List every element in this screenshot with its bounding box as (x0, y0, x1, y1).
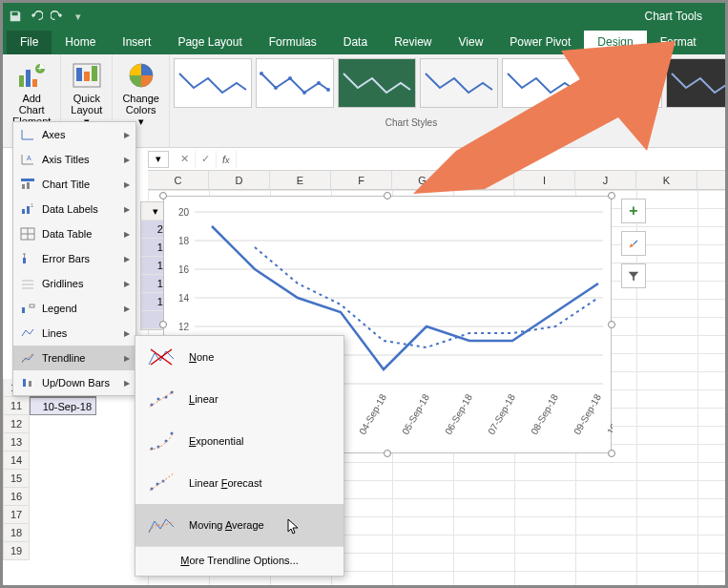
row-15[interactable]: 15 (3, 470, 30, 488)
trendline-none[interactable]: None (135, 336, 343, 378)
trendline-exponential-icon (147, 430, 176, 452)
trendline-moving-average-icon (147, 514, 176, 536)
trendline-submenu: None Linear Exponential Linear Forecast … (135, 335, 344, 577)
chart-style-5[interactable] (502, 58, 580, 108)
axis-titles-icon: A (19, 152, 36, 167)
fx-icon[interactable]: fx (217, 154, 236, 165)
svg-text:+: + (37, 63, 43, 74)
undo-icon[interactable] (30, 10, 43, 23)
svg-rect-6 (76, 68, 82, 81)
more-trendline-options[interactable]: More Trendline Options... (135, 546, 343, 572)
row-11[interactable]: 11 (3, 397, 30, 415)
svg-rect-0 (19, 75, 24, 87)
col-J[interactable]: J (575, 171, 636, 189)
menu-gridlines[interactable]: Gridlines▶ (13, 271, 135, 296)
svg-point-13 (302, 91, 306, 94)
tab-review[interactable]: Review (381, 31, 445, 54)
svg-rect-41 (22, 209, 25, 214)
col-F[interactable]: F (331, 171, 392, 189)
row-14[interactable]: 14 (3, 452, 30, 470)
tab-design[interactable]: Design (584, 31, 646, 54)
tab-format[interactable]: Format (647, 31, 710, 54)
chart-style-6[interactable] (584, 58, 662, 108)
tab-view[interactable]: View (446, 31, 497, 54)
svg-point-15 (326, 88, 330, 92)
tab-home[interactable]: Home (52, 31, 109, 54)
tab-power-pivot[interactable]: Power Pivot (496, 31, 584, 54)
ribbon-tabs: File Home Insert Page Layout Formulas Da… (3, 30, 725, 54)
trendline-moving-average[interactable]: Moving Average (135, 504, 343, 546)
row-18[interactable]: 18 (3, 524, 30, 542)
row-19[interactable]: 19 (3, 542, 30, 560)
tab-formulas[interactable]: Formulas (256, 31, 330, 54)
menu-error-bars[interactable]: Error Bars▶ (13, 246, 135, 271)
svg-point-10 (260, 72, 263, 75)
col-K[interactable]: K (636, 171, 697, 189)
svg-text:20: 20 (178, 207, 190, 218)
svg-text:07-Sep-18: 07-Sep-18 (486, 392, 517, 436)
chart-style-3[interactable] (338, 58, 416, 108)
trendline-linear-forecast[interactable]: Linear Forecast (135, 462, 343, 504)
svg-rect-2 (32, 79, 37, 87)
column-headers[interactable]: C D E F G H I J K (148, 171, 725, 190)
col-H[interactable]: H (453, 171, 514, 189)
chart-style-7[interactable] (666, 58, 725, 108)
name-box-dropdown[interactable]: ▾ (148, 151, 169, 168)
redo-icon[interactable] (51, 10, 64, 23)
menu-axes[interactable]: Axes▶ (13, 122, 135, 147)
svg-text:09-Sep-18: 09-Sep-18 (572, 392, 603, 436)
legend-icon (19, 301, 36, 316)
qat-more-icon[interactable]: ▾ (72, 10, 85, 23)
chart-styles-brush-button[interactable] (621, 231, 646, 256)
menu-updown-bars[interactable]: Up/Down Bars▶ (13, 370, 135, 395)
tab-page-layout[interactable]: Page Layout (164, 31, 255, 54)
row-12[interactable]: 12 (3, 415, 30, 433)
chart-elements-plus-button[interactable]: + (621, 199, 646, 223)
menu-legend[interactable]: Legend▶ (13, 296, 135, 321)
col-G[interactable]: G (392, 171, 453, 189)
cancel-formula-icon[interactable]: ✕ (175, 151, 196, 168)
row-13[interactable]: 13 (3, 433, 30, 452)
mouse-cursor-icon (287, 518, 301, 536)
chart-style-2[interactable] (256, 58, 334, 108)
trendline-linear[interactable]: Linear (135, 378, 343, 420)
chart-styles-group-label: Chart Styles (74, 112, 725, 130)
tab-file[interactable]: File (7, 31, 52, 54)
trendline-none-icon (147, 346, 176, 368)
row-16[interactable]: 16 (3, 488, 30, 506)
menu-chart-title[interactable]: Chart Title▶ (13, 172, 135, 197)
menu-data-labels[interactable]: 1Data Labels▶ (13, 197, 135, 221)
svg-rect-40 (27, 182, 30, 189)
chart-side-buttons: + (621, 199, 646, 296)
save-icon[interactable] (9, 10, 22, 23)
menu-axis-titles[interactable]: AAxis Titles▶ (13, 147, 135, 172)
enter-formula-icon[interactable]: ✓ (196, 151, 217, 168)
error-bars-icon (19, 251, 36, 266)
col-D[interactable]: D (209, 171, 270, 189)
col-C[interactable]: C (148, 171, 209, 189)
chart-styles-gallery[interactable] (170, 54, 725, 112)
chart-filters-funnel-button[interactable] (621, 263, 646, 288)
tab-insert[interactable]: Insert (109, 31, 164, 54)
menu-data-table[interactable]: Data Table▶ (13, 221, 135, 246)
svg-line-69 (150, 473, 174, 491)
chart-style-4[interactable] (420, 58, 498, 108)
col-E[interactable]: E (270, 171, 331, 189)
tab-data[interactable]: Data (330, 31, 381, 54)
svg-text:A: A (27, 155, 31, 161)
svg-text:08-Sep-18: 08-Sep-18 (529, 392, 560, 436)
cell-A11[interactable]: 10-Sep-18 (30, 397, 96, 415)
svg-text:05-Sep-18: 05-Sep-18 (400, 392, 431, 436)
chart-style-1[interactable] (174, 58, 252, 108)
col-I[interactable]: I (514, 171, 575, 189)
label: Linear Forecast (189, 477, 261, 489)
svg-text:14: 14 (178, 293, 190, 304)
formula-input[interactable] (236, 151, 725, 168)
menu-lines[interactable]: Lines▶ (13, 321, 135, 346)
menu-trendline[interactable]: Trendline▶ (13, 346, 135, 370)
quick-access-toolbar: ▾ Chart Tools (3, 3, 725, 30)
trendline-exponential[interactable]: Exponential (135, 420, 343, 462)
row-headers[interactable]: 10 11 12 13 14 15 16 17 18 19 (3, 379, 30, 560)
row-17[interactable]: 17 (3, 506, 30, 524)
label: None (189, 351, 214, 363)
